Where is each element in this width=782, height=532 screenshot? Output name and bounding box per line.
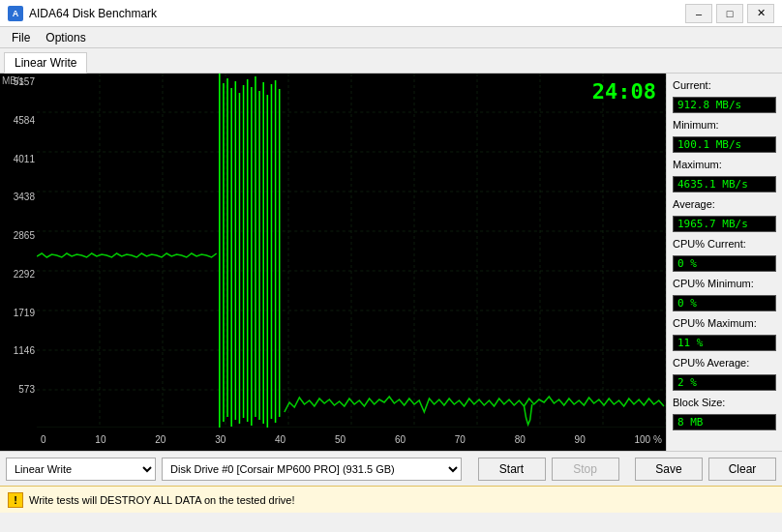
maximum-value: 4635.1 MB/s [673, 176, 776, 192]
x-label-40: 40 [275, 434, 286, 445]
clear-button[interactable]: Clear [708, 458, 776, 481]
bottom-controls: Linear Write Disk Drive #0 [Corsair MP60… [0, 451, 782, 486]
cpu-current-label: CPU% Current: [673, 238, 776, 250]
x-label-20: 20 [155, 434, 165, 445]
minimum-label: Minimum: [673, 119, 776, 131]
close-button[interactable]: ✕ [747, 4, 774, 23]
y-label-573: 573 [2, 385, 35, 395]
save-button[interactable]: Save [635, 458, 703, 481]
average-value: 1965.7 MB/s [673, 216, 776, 232]
stats-panel: Current: 912.8 MB/s Minimum: 100.1 MB/s … [666, 74, 782, 451]
average-label: Average: [673, 198, 776, 210]
current-value: 912.8 MB/s [673, 97, 776, 113]
tab-bar: Linear Write [0, 48, 782, 74]
disk-dropdown[interactable]: Disk Drive #0 [Corsair MP600 PRO] (931.5… [162, 458, 462, 481]
app-icon: A [8, 6, 23, 21]
cpu-current-value: 0 % [673, 255, 776, 272]
x-label-30: 30 [215, 434, 226, 445]
y-label-1719: 1719 [2, 309, 35, 318]
main-content: MB/s 5157 4584 4011 3438 2865 2292 1719 … [0, 74, 782, 451]
menu-options[interactable]: Options [38, 29, 93, 46]
y-label-3438: 3438 [2, 192, 35, 202]
window-controls: – □ ✕ [685, 4, 774, 23]
minimize-button[interactable]: – [685, 4, 712, 23]
cpu-minimum-value: 0 % [673, 295, 776, 311]
maximize-button[interactable]: □ [716, 4, 743, 23]
menu-file[interactable]: File [4, 29, 38, 46]
x-label-70: 70 [455, 434, 466, 445]
warning-text: Write tests will DESTROY ALL DATA on the… [29, 494, 295, 506]
cpu-maximum-label: CPU% Maximum: [673, 317, 776, 329]
x-label-90: 90 [575, 434, 586, 445]
x-label-0: 0 [41, 434, 46, 445]
x-label-80: 80 [515, 434, 526, 445]
benchmark-timer: 24:08 [592, 79, 656, 103]
x-axis-labels: 0 10 20 30 40 50 60 70 80 90 100 % [37, 428, 666, 451]
y-label-2865: 2865 [2, 231, 35, 241]
window-title: AIDA64 Disk Benchmark [29, 7, 157, 20]
x-label-60: 60 [395, 434, 406, 445]
cpu-maximum-value: 11 % [673, 335, 776, 351]
chart-area: MB/s 5157 4584 4011 3438 2865 2292 1719 … [0, 74, 666, 451]
benchmark-chart [37, 74, 666, 428]
current-label: Current: [673, 79, 776, 91]
x-label-50: 50 [335, 434, 346, 445]
y-label-4011: 4011 [2, 155, 35, 164]
y-label-2292: 2292 [2, 270, 35, 280]
x-label-10: 10 [95, 434, 105, 445]
maximum-label: Maximum: [673, 159, 776, 170]
cpu-average-label: CPU% Average: [673, 357, 776, 369]
stop-button[interactable]: Stop [552, 458, 619, 481]
cpu-minimum-label: CPU% Minimum: [673, 278, 776, 289]
title-bar: A AIDA64 Disk Benchmark – □ ✕ [0, 0, 782, 27]
y-label-1146: 1146 [2, 346, 35, 356]
block-size-label: Block Size: [673, 397, 776, 408]
warning-bar: ! Write tests will DESTROY ALL DATA on t… [0, 486, 782, 513]
block-size-value: 8 MB [673, 414, 776, 430]
menu-bar: File Options [0, 27, 782, 48]
tab-linear-write[interactable]: Linear Write [4, 52, 87, 74]
y-label-4584: 4584 [2, 116, 35, 126]
y-axis-labels: 5157 4584 4011 3438 2865 2292 1719 1146 … [0, 74, 37, 428]
x-label-100: 100 % [635, 434, 662, 445]
chart-svg-container [37, 74, 666, 428]
start-button[interactable]: Start [478, 458, 546, 481]
y-label-5157: 5157 [2, 77, 35, 87]
minimum-value: 100.1 MB/s [673, 136, 776, 153]
test-type-dropdown[interactable]: Linear Write [6, 458, 156, 481]
cpu-average-value: 2 % [673, 374, 776, 391]
warning-icon: ! [8, 492, 23, 508]
